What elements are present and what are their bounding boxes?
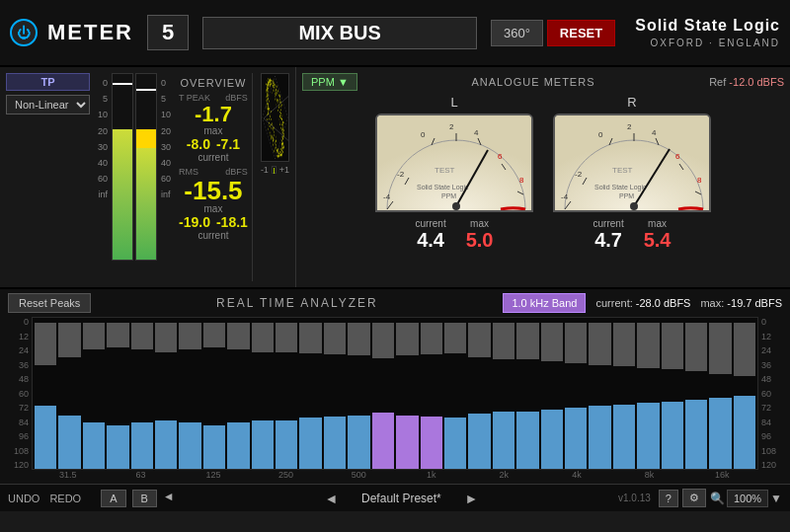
preset-next-button[interactable]: ►: [464, 491, 478, 506]
svg-text:-2: -2: [575, 170, 583, 179]
rta-bar-peak: [468, 323, 490, 357]
vu-peak-line-left: [113, 83, 132, 85]
redo-button[interactable]: REDO: [49, 493, 81, 504]
svg-text:0: 0: [421, 130, 426, 139]
btn-reset[interactable]: RESET: [547, 20, 615, 46]
vu-right-current: current 4.7: [593, 218, 624, 252]
rta-bar-peak: [324, 323, 346, 354]
rta-freq-label: [540, 470, 565, 480]
rta-bar: [324, 323, 346, 469]
vu-meter-analogue-right: R: [553, 95, 711, 252]
vu-right-readouts: current 4.7 max 5.4: [593, 218, 672, 252]
rta-bar-peak: [396, 323, 418, 355]
lissajous-scope: [261, 73, 289, 162]
svg-text:4: 4: [474, 128, 479, 137]
rta-bar-fill: [227, 422, 249, 469]
zoom-value: 100%: [727, 490, 768, 507]
rta-bar-peak: [131, 323, 153, 349]
preset-area: ◄ Default Preset* ►: [185, 491, 618, 506]
rta-bar-peak: [227, 323, 249, 349]
preset-prev-button[interactable]: ◄: [325, 491, 339, 506]
svg-point-23: [452, 202, 460, 210]
rta-bar-fill: [444, 418, 466, 469]
settings-button[interactable]: ⚙: [682, 489, 706, 507]
vu-bar-left: [112, 73, 133, 266]
rta-freq-label: [395, 470, 420, 480]
vu-fill-left: [113, 129, 132, 260]
rta-freq-label: 31.5: [56, 470, 81, 480]
vu-left-current: current 4.4: [416, 218, 446, 252]
footer: UNDO REDO A B ◄ ◄ Default Preset* ► v1.0…: [0, 484, 790, 511]
rta-bar: [179, 323, 200, 469]
svg-text:4: 4: [652, 128, 657, 137]
rta-freq-label: [370, 470, 395, 480]
rta-freq-label: [105, 470, 129, 480]
rta-bar-fill: [107, 425, 128, 469]
mode-select[interactable]: Non-Linear Linear: [6, 95, 90, 114]
ssl-sub: OXFORD · ENGLAND: [635, 37, 780, 49]
zoom-down-button[interactable]: ▼: [770, 492, 782, 505]
rta-bar: [421, 323, 442, 469]
rta-bar-fill: [685, 400, 707, 469]
rta-freq-labels: 31.5631252505001k2k4k8k16k: [8, 470, 782, 480]
rta-freq-label: [685, 470, 710, 480]
middle-section: TP Non-Linear Linear 0 5 10 20 30 40 60 …: [0, 67, 790, 289]
rta-freq-label: 8k: [637, 470, 662, 480]
rta-max: max: -19.7 dBFS: [700, 297, 782, 309]
rta-bar-fill: [131, 422, 153, 469]
rta-bar: [252, 323, 274, 469]
help-button[interactable]: ?: [659, 490, 678, 507]
rms-r: -18.1: [216, 214, 248, 230]
rta-bar-fill: [372, 413, 394, 469]
tp-button[interactable]: TP: [6, 73, 90, 91]
rta-bar-fill: [421, 417, 442, 469]
rta-bar-fill: [734, 396, 755, 469]
analogue-header: PPM ▼ ANALOGUE METERS Ref -12.0 dBFS: [302, 73, 784, 91]
ab-a-button[interactable]: A: [101, 490, 125, 507]
rta-bar: [516, 323, 538, 469]
rta-bar-fill: [58, 416, 80, 469]
ab-b-button[interactable]: B: [132, 490, 157, 507]
vu-left-max: max 5.0: [466, 218, 494, 252]
vu-gauge-left: -4 -2 0 2 4 6 8 TEST Solid State Logic P…: [375, 114, 533, 212]
tpeak-max-label: max: [179, 125, 248, 136]
vu-right-label: R: [627, 95, 636, 110]
rta-bar: [372, 323, 394, 469]
rta-bar-fill: [35, 406, 56, 469]
reset-peaks-button[interactable]: Reset Peaks: [8, 293, 91, 313]
overview-panel: OVERVIEW T PEAK dBFS -1.7 max -8.0 -7.1 …: [175, 73, 253, 281]
power-button[interactable]: ⏻: [10, 19, 38, 46]
rta-bar-fill: [637, 403, 659, 469]
vu-scale-right: 0 5 10 20 30 40 60 inf: [161, 73, 171, 203]
rta-bar: [203, 323, 225, 469]
correlation-bar: -1 +1: [261, 165, 289, 175]
rta-bar-fill: [179, 422, 200, 469]
rta-freq-label: 16k: [710, 470, 735, 480]
rta-freq-label: [734, 470, 758, 480]
rta-band-button[interactable]: 1.0 kHz Band: [503, 293, 586, 313]
meter-controls: TP Non-Linear Linear: [6, 73, 90, 281]
rta-bar: [637, 323, 659, 469]
ppm-button[interactable]: PPM ▼: [302, 73, 357, 91]
meter-title: METER: [47, 20, 133, 45]
channel-number[interactable]: 5: [147, 15, 189, 50]
vu-left-readouts: current 4.4 max 5.0: [416, 218, 494, 252]
tpeak-max-val: -1.7: [179, 104, 248, 125]
undo-button[interactable]: UNDO: [8, 493, 40, 504]
analogue-meters: L: [302, 95, 784, 252]
svg-text:Solid State Logic: Solid State Logic: [417, 184, 469, 191]
vu-gauge-right: -4 -2 0 2 4 6 8 TEST Solid State Logic P…: [553, 114, 711, 212]
rta-bar: [396, 323, 418, 469]
rta-bar: [35, 323, 56, 469]
rta-freq-label: 4k: [565, 470, 590, 480]
rta-current-val: -28.0 dBFS: [636, 297, 691, 309]
svg-text:TEST: TEST: [612, 166, 633, 175]
rta-freq-label: 2k: [492, 470, 516, 480]
btn-360[interactable]: 360°: [491, 20, 543, 46]
rta-bar-fill: [324, 417, 346, 469]
rta-bar-fill: [493, 412, 514, 469]
rta-bar-fill: [83, 422, 105, 469]
svg-text:8: 8: [519, 176, 524, 185]
ab-arrow-icon[interactable]: ◄: [163, 490, 175, 507]
svg-text:2: 2: [627, 122, 632, 131]
